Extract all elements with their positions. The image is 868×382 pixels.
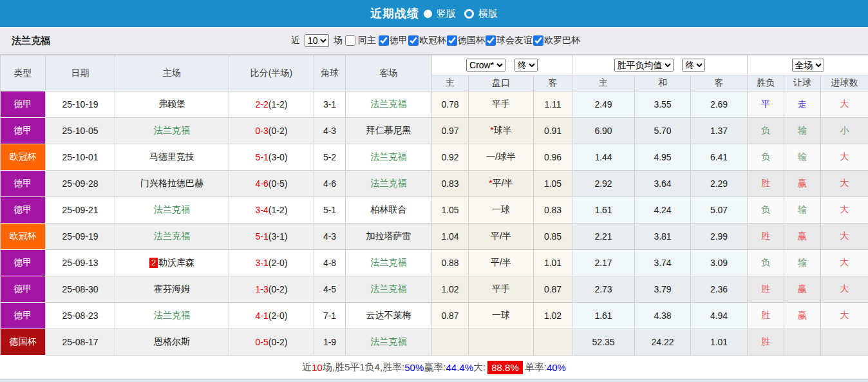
cell-date: 25-09-19 bbox=[46, 224, 115, 250]
same-home-checkbox[interactable] bbox=[345, 35, 355, 46]
fulltime-score: 5-1 bbox=[256, 152, 269, 162]
cell-asian-home-odds: 0.92 bbox=[432, 144, 469, 171]
cell-euro-away-odds: 1.01 bbox=[691, 329, 748, 356]
league-filter-checkbox[interactable] bbox=[379, 35, 389, 46]
cell-away-team: 法兰克福 bbox=[346, 144, 432, 171]
away-team-link[interactable]: 法兰克福 bbox=[371, 336, 407, 347]
cell-league-badge: 德甲 bbox=[1, 250, 46, 276]
result-header-cell: 全场 bbox=[748, 55, 868, 75]
home-team-link[interactable]: 马德里竞技 bbox=[149, 151, 194, 162]
cell-goals-result: 大 bbox=[821, 91, 868, 118]
col-header-away: 客场 bbox=[346, 55, 432, 91]
cell-league-badge: 德国杯 bbox=[1, 329, 46, 356]
away-team-link[interactable]: 云达不莱梅 bbox=[366, 310, 411, 320]
cell-asian-handicap: 一/球半 bbox=[469, 144, 534, 171]
summary-segment: 场,胜5平1负4, bbox=[323, 361, 382, 374]
cell-handicap-result: 赢 bbox=[784, 171, 821, 197]
cell-league-badge: 德甲 bbox=[1, 276, 46, 303]
bookmaker-select[interactable]: Crow* bbox=[466, 59, 505, 72]
halftime-score: (0-2) bbox=[269, 126, 288, 136]
cell-score: 5-1(3-0) bbox=[229, 144, 314, 171]
cell-goals-result: 小 bbox=[821, 118, 868, 144]
match-count-select[interactable]: 10 bbox=[305, 34, 329, 47]
summary-segment: 40% bbox=[547, 362, 566, 373]
home-team-link[interactable]: 法兰克福 bbox=[154, 125, 190, 135]
cell-euro-home-odds: 6.90 bbox=[572, 118, 635, 144]
euro-type-select[interactable]: 胜平负均值 bbox=[614, 59, 674, 72]
cell-asian-away-odds: 0.83 bbox=[534, 197, 572, 224]
cell-result: 胜 bbox=[748, 303, 784, 329]
cell-corner: 3-1 bbox=[314, 91, 346, 118]
home-team-link[interactable]: 弗赖堡 bbox=[158, 99, 185, 109]
cell-handicap-result: 赢 bbox=[784, 276, 821, 303]
home-team-link[interactable]: 法兰克福 bbox=[154, 231, 190, 241]
cell-score: 5-1(3-1) bbox=[229, 224, 314, 250]
fulltime-score: 3-4 bbox=[256, 205, 269, 215]
away-team-link[interactable]: 加拉塔萨雷 bbox=[366, 231, 411, 241]
league-filter-4: 球会友谊 bbox=[485, 35, 533, 46]
cell-handicap-result: 输 bbox=[784, 118, 821, 144]
handicap-text: 平手 bbox=[492, 283, 510, 294]
away-team-link[interactable]: 法兰克福 bbox=[371, 99, 407, 109]
league-filter-label: 欧罗巴杯 bbox=[544, 35, 580, 46]
cell-goals-result: 大 bbox=[821, 303, 868, 329]
cell-corner: 5-2 bbox=[314, 144, 346, 171]
home-team-link[interactable]: 法兰克福 bbox=[154, 204, 190, 215]
cell-goals-result: 大 bbox=[821, 171, 868, 197]
cell-away-team: 法兰克福 bbox=[346, 91, 432, 118]
asian-time-select[interactable]: 终 bbox=[514, 59, 538, 72]
page-title: 近期战绩 bbox=[370, 6, 419, 21]
cell-date: 25-08-23 bbox=[46, 303, 115, 329]
vertical-radio-selected-icon[interactable] bbox=[424, 10, 432, 18]
away-team-link[interactable]: 法兰克福 bbox=[371, 178, 407, 188]
col-header-euro-draw: 和 bbox=[635, 75, 691, 91]
league-filter-checkbox[interactable] bbox=[533, 35, 543, 46]
home-team-link[interactable]: 门兴格拉德巴赫 bbox=[140, 178, 203, 188]
away-team-link[interactable]: 拜仁慕尼黑 bbox=[366, 125, 411, 135]
home-team-link[interactable]: 勒沃库森 bbox=[158, 257, 194, 267]
away-team-link[interactable]: 柏林联合 bbox=[371, 204, 407, 215]
euro-time-select[interactable]: 终 bbox=[682, 59, 705, 72]
fulltime-score: 4-1 bbox=[256, 310, 269, 321]
cell-asian-away-odds: 1.01 bbox=[534, 250, 572, 276]
cell-asian-home-odds: 1.02 bbox=[432, 276, 469, 303]
cell-home-team: 恩格尔斯 bbox=[115, 329, 229, 356]
cell-result: 负 bbox=[748, 144, 784, 171]
away-team-link[interactable]: 法兰克福 bbox=[371, 257, 407, 267]
cell-euro-away-odds: 6.41 bbox=[691, 144, 748, 171]
league-filter-label: 德甲 bbox=[390, 35, 408, 46]
col-header-result: 胜负 bbox=[748, 75, 784, 91]
cell-euro-away-odds: 2.99 bbox=[691, 224, 748, 250]
horizontal-radio-label[interactable]: 横版 bbox=[478, 8, 498, 20]
cell-asian-away-odds: 0.85 bbox=[534, 224, 572, 250]
cell-euro-away-odds: 3.09 bbox=[691, 250, 748, 276]
rank-badge: 2 bbox=[149, 258, 158, 268]
horizontal-radio-icon[interactable] bbox=[464, 9, 474, 19]
cell-away-team: 加拉塔萨雷 bbox=[346, 224, 432, 250]
away-team-link[interactable]: 法兰克福 bbox=[371, 151, 407, 162]
cell-date: 25-10-05 bbox=[46, 118, 115, 144]
home-team-link[interactable]: 恩格尔斯 bbox=[154, 336, 190, 347]
league-filter-checkbox[interactable] bbox=[408, 35, 419, 46]
cell-euro-away-odds: 5.07 bbox=[691, 197, 748, 224]
cell-asian-home-odds: 0.87 bbox=[432, 303, 469, 329]
home-team-link[interactable]: 霍芬海姆 bbox=[154, 283, 190, 294]
league-filter-checkbox[interactable] bbox=[486, 35, 496, 46]
cell-corner: 4-5 bbox=[314, 276, 346, 303]
cell-euro-home-odds: 1.61 bbox=[572, 197, 635, 224]
league-filter-checkbox[interactable] bbox=[447, 35, 457, 46]
scope-select[interactable]: 全场 bbox=[792, 59, 824, 72]
away-team-link[interactable]: 法兰克福 bbox=[371, 283, 407, 294]
halftime-score: (2-0) bbox=[269, 258, 288, 268]
cell-result: 负 bbox=[748, 118, 784, 144]
home-team-link[interactable]: 法兰克福 bbox=[154, 310, 190, 320]
cell-goals-result: 大 bbox=[821, 144, 868, 171]
summary-segment: 44.4% bbox=[446, 362, 473, 373]
col-header-asian-home: 主 bbox=[432, 75, 469, 91]
handicap-text: 平/半 bbox=[491, 231, 511, 241]
cell-asian-away-odds: 1.05 bbox=[534, 171, 572, 197]
league-filter-group: 德甲欧冠杯德国杯球会友谊欧罗巴杯 bbox=[378, 35, 580, 46]
vertical-radio-label[interactable]: 竖版 bbox=[437, 8, 456, 20]
cell-home-team: 马德里竞技 bbox=[115, 144, 229, 171]
league-filter-label: 德国杯 bbox=[458, 35, 485, 46]
